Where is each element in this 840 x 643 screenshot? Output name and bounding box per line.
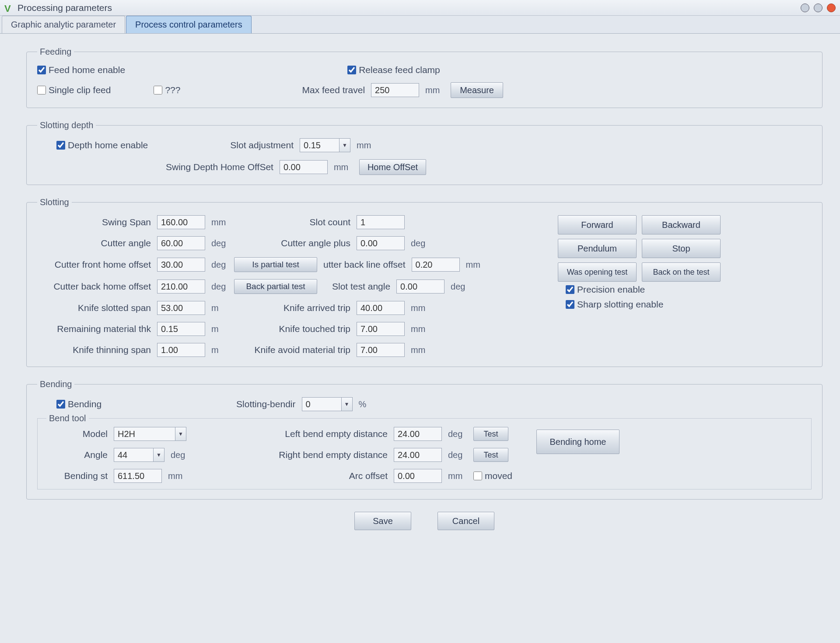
tab-process-control[interactable]: Process control parameters xyxy=(126,16,252,33)
model-input[interactable] xyxy=(114,427,175,441)
left-bend-empty-label: Left bend empty distance xyxy=(256,429,388,439)
moved-input[interactable] xyxy=(473,472,482,480)
cutter-back-home-offset-input[interactable] xyxy=(157,280,205,294)
release-feed-clamp-checkbox[interactable]: Release feed clamp xyxy=(347,65,440,75)
slot-adjustment-unit: mm xyxy=(357,140,376,150)
knife-thinning-span-input[interactable] xyxy=(157,343,205,357)
group-bend-tool: Bend tool Model ▼ A xyxy=(37,418,812,489)
slot-count-label: Slot count xyxy=(237,217,350,227)
slot-count-input[interactable] xyxy=(357,215,405,229)
back-partial-test-button[interactable]: Back partial test xyxy=(234,279,317,294)
window-title: Processing parameters xyxy=(18,3,796,13)
save-button[interactable]: Save xyxy=(354,512,411,530)
max-feed-travel-label: Max feed travel xyxy=(302,85,365,95)
bending-home-button[interactable]: Bending home xyxy=(536,430,620,454)
slot-adjustment-input[interactable] xyxy=(300,138,339,152)
cancel-button[interactable]: Cancel xyxy=(438,512,494,530)
bending-checkbox[interactable]: Bending xyxy=(56,399,102,409)
model-combo[interactable]: ▼ xyxy=(114,427,186,441)
cutter-back-line-offset-input[interactable] xyxy=(412,258,460,272)
arc-offset-input[interactable] xyxy=(394,469,442,483)
legend-feeding: Feeding xyxy=(37,47,74,57)
swing-depth-home-offset-input[interactable] xyxy=(280,160,328,174)
is-partial-test-button[interactable]: Is partial test xyxy=(234,257,317,272)
maximize-button[interactable] xyxy=(814,3,822,12)
single-clip-feed-input[interactable] xyxy=(37,86,46,94)
knife-avoid-material-trip-label: Knife avoid material trip xyxy=(237,345,350,355)
knife-touched-trip-label: Knife touched trip xyxy=(237,324,350,334)
right-bend-empty-input[interactable] xyxy=(394,448,442,462)
release-feed-clamp-input[interactable] xyxy=(347,66,356,74)
swing-span-label: Swing Span xyxy=(37,217,151,227)
dropdown-icon[interactable]: ▼ xyxy=(341,397,353,411)
backward-button[interactable]: Backward xyxy=(642,215,721,234)
stop-button[interactable]: Stop xyxy=(642,239,721,258)
moved-checkbox[interactable]: moved xyxy=(473,471,512,481)
measure-button[interactable]: Measure xyxy=(451,82,503,98)
cutter-angle-plus-input[interactable] xyxy=(357,236,405,250)
group-slotting-depth: Slotting depth Depth home enable Slot ad… xyxy=(26,120,822,185)
minimize-button[interactable] xyxy=(801,3,809,12)
unknown-input[interactable] xyxy=(154,86,162,94)
single-clip-feed-checkbox[interactable]: Single clip feed xyxy=(37,85,111,95)
bending-st-label: Bending st xyxy=(46,471,108,481)
forward-button[interactable]: Forward xyxy=(558,215,637,234)
depth-home-enable-checkbox[interactable]: Depth home enable xyxy=(56,140,148,150)
close-button[interactable] xyxy=(827,3,836,12)
bending-input[interactable] xyxy=(56,400,65,409)
feed-home-enable-checkbox[interactable]: Feed home enable xyxy=(37,65,125,75)
swing-span-input[interactable] xyxy=(157,215,205,229)
knife-arrived-trip-label: Knife arrived trip xyxy=(237,303,350,313)
slot-adjustment-combo[interactable]: ▼ xyxy=(300,138,350,152)
titlebar: V Processing parameters xyxy=(0,0,840,16)
swing-depth-home-offset-label: Swing Depth Home OffSet xyxy=(166,162,273,172)
app-icon: V xyxy=(4,3,14,13)
sharp-slotting-enable-checkbox[interactable]: Sharp slotting enable xyxy=(566,299,812,310)
right-bend-empty-label: Right bend empty distance xyxy=(256,450,388,460)
group-slotting: Slotting Swing Span mm Slot count Cutter xyxy=(26,197,822,367)
slotting-bendir-combo[interactable]: ▼ xyxy=(302,397,353,411)
angle-input[interactable] xyxy=(114,448,153,462)
knife-avoid-material-trip-input[interactable] xyxy=(357,343,405,357)
legend-bend-tool: Bend tool xyxy=(46,413,89,423)
knife-touched-trip-input[interactable] xyxy=(357,322,405,336)
knife-slotted-span-input[interactable] xyxy=(157,301,205,315)
cutter-back-home-offset-label: Cutter back home offset xyxy=(37,281,151,292)
home-offset-button[interactable]: Home OffSet xyxy=(359,159,426,175)
sharp-slotting-enable-input[interactable] xyxy=(566,300,574,309)
cutter-front-home-offset-input[interactable] xyxy=(157,258,205,272)
was-opening-test-button[interactable]: Was opening test xyxy=(558,262,637,282)
bending-st-input[interactable] xyxy=(114,469,162,483)
feed-home-enable-input[interactable] xyxy=(37,66,46,74)
angle-label: Angle xyxy=(46,450,108,460)
dialog-actions: Save Cancel xyxy=(26,512,822,530)
depth-home-enable-input[interactable] xyxy=(56,141,65,150)
test-right-button[interactable]: Test xyxy=(473,448,508,462)
max-feed-travel-input[interactable] xyxy=(371,83,419,97)
cutter-front-home-offset-label: Cutter front home offset xyxy=(37,259,151,270)
slot-test-angle-input[interactable] xyxy=(396,280,444,294)
test-left-button[interactable]: Test xyxy=(473,427,508,441)
cutter-angle-input[interactable] xyxy=(157,236,205,250)
unknown-checkbox[interactable]: ??? xyxy=(154,85,180,95)
group-bending: Bending Bending Slotting-bendir ▼ % Bend… xyxy=(26,379,822,500)
knife-arrived-trip-input[interactable] xyxy=(357,301,405,315)
dropdown-icon[interactable]: ▼ xyxy=(175,427,186,441)
arc-offset-label: Arc offset xyxy=(256,471,388,481)
slotting-bendir-input[interactable] xyxy=(302,397,341,411)
precision-enable-input[interactable] xyxy=(566,285,574,294)
dropdown-icon[interactable]: ▼ xyxy=(153,448,164,462)
dropdown-icon[interactable]: ▼ xyxy=(339,138,350,152)
remaining-material-thk-input[interactable] xyxy=(157,322,205,336)
slotting-buttons: Forward Backward Pendulum Stop Was openi… xyxy=(558,215,812,282)
slot-adjustment-label: Slot adjustment xyxy=(230,140,294,150)
left-bend-empty-input[interactable] xyxy=(394,427,442,441)
tab-graphic-analytic[interactable]: Graphic analytic parameter xyxy=(2,16,125,33)
cutter-angle-label: Cutter angle xyxy=(37,238,151,248)
angle-combo[interactable]: ▼ xyxy=(114,448,164,462)
back-on-the-test-button[interactable]: Back on the test xyxy=(642,262,721,282)
pendulum-button[interactable]: Pendulum xyxy=(558,239,637,258)
slot-test-angle-label: Slot test angle xyxy=(332,281,390,292)
precision-enable-checkbox[interactable]: Precision enable xyxy=(566,284,812,295)
legend-slotting: Slotting xyxy=(37,197,72,207)
